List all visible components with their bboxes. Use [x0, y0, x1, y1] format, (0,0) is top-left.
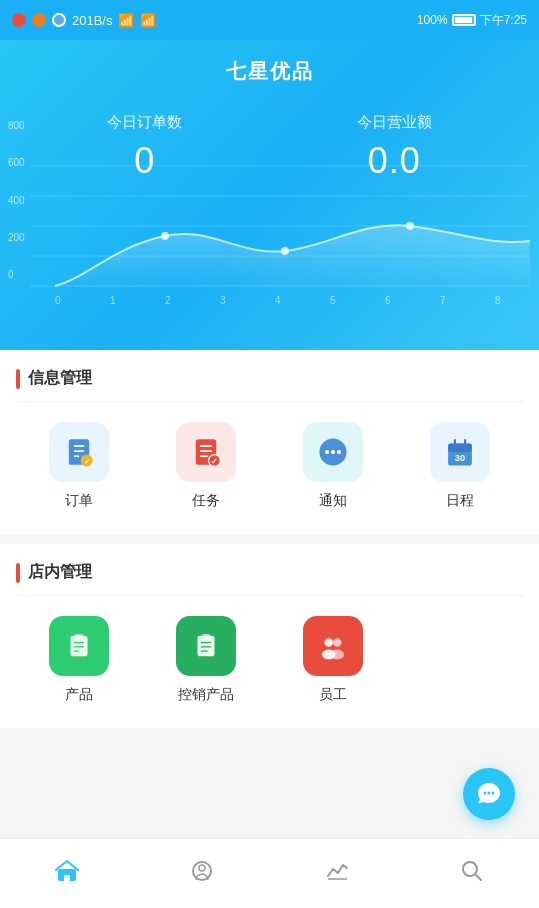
- task-icon: ✓: [189, 435, 223, 469]
- fab-message[interactable]: [463, 768, 515, 820]
- order-label: 订单: [65, 492, 93, 510]
- bluetooth-icon: 📶: [118, 13, 134, 28]
- stat-revenue-value: 0.0: [357, 140, 432, 182]
- svg-text:1: 1: [110, 295, 116, 306]
- icon-item-notify[interactable]: 通知: [270, 422, 397, 510]
- svg-text:3: 3: [220, 295, 226, 306]
- dot-red-icon: [12, 13, 26, 27]
- nav-item-shop[interactable]: [190, 859, 214, 889]
- staff-icon-circle: [303, 616, 363, 676]
- svg-point-16: [406, 222, 414, 230]
- dot-orange-icon: [32, 13, 46, 27]
- shop-icon: [190, 859, 214, 889]
- svg-rect-43: [198, 636, 215, 656]
- svg-point-31: [331, 450, 335, 454]
- schedule-icon-circle: 30: [430, 422, 490, 482]
- section-info-header: 信息管理: [0, 350, 539, 401]
- svg-rect-38: [71, 636, 88, 656]
- message-icon: [476, 781, 502, 807]
- header-area: 七星优品 800 600 400 200 0 今日订单数 0 今日营业额 0.0…: [0, 40, 539, 350]
- status-bar: 201B/s 📶 📶 100% 下午7:25: [0, 0, 539, 40]
- stat-revenue-label: 今日营业额: [357, 113, 432, 132]
- order-icon: ✓: [62, 435, 96, 469]
- section-title-store: 店内管理: [28, 562, 92, 583]
- icon-item-staff[interactable]: 员工: [270, 616, 397, 704]
- section-title-info: 信息管理: [28, 368, 92, 389]
- stat-orders-value: 0: [107, 140, 182, 182]
- nav-item-search[interactable]: [460, 859, 484, 889]
- svg-point-53: [488, 792, 491, 795]
- svg-rect-34: [448, 444, 472, 453]
- section-bar-info: [16, 369, 20, 389]
- staff-label: 员工: [319, 686, 347, 704]
- search-svg: [460, 859, 484, 883]
- section-info-management: 信息管理 ✓ 订单: [0, 350, 539, 534]
- svg-line-61: [476, 875, 481, 880]
- svg-text:2: 2: [165, 295, 171, 306]
- icon-item-task[interactable]: ✓ 任务: [143, 422, 270, 510]
- notify-label: 通知: [319, 492, 347, 510]
- svg-text:8: 8: [495, 295, 501, 306]
- network-speed: 201B/s: [72, 13, 112, 28]
- svg-point-52: [484, 792, 487, 795]
- svg-rect-39: [75, 634, 84, 638]
- status-bar-left: 201B/s 📶 📶: [12, 13, 156, 28]
- staff-icon: [316, 629, 350, 663]
- restricted-product-icon: [189, 629, 223, 663]
- nav-item-home[interactable]: [55, 859, 79, 889]
- schedule-icon: 30: [443, 435, 477, 469]
- icon-item-restricted[interactable]: 控销产品: [143, 616, 270, 704]
- svg-point-54: [492, 792, 495, 795]
- stats-svg: [325, 859, 349, 883]
- icon-item-order[interactable]: ✓ 订单: [16, 422, 143, 510]
- home-svg: [55, 859, 79, 883]
- stats-row: 今日订单数 0 今日营业额 0.0: [0, 85, 539, 182]
- notify-icon-circle: [303, 422, 363, 482]
- icon-item-product[interactable]: 产品: [16, 616, 143, 704]
- svg-point-14: [161, 232, 169, 240]
- svg-text:0: 0: [55, 295, 61, 306]
- section-store-header: 店内管理: [0, 544, 539, 595]
- order-icon-circle: ✓: [49, 422, 109, 482]
- svg-text:4: 4: [275, 295, 281, 306]
- notify-icon: [316, 435, 350, 469]
- svg-point-60: [463, 862, 477, 876]
- product-icon-circle: [49, 616, 109, 676]
- svg-rect-44: [202, 634, 211, 638]
- battery-percent: 100%: [417, 13, 448, 27]
- product-icon: [62, 629, 96, 663]
- svg-text:✓: ✓: [211, 457, 218, 466]
- svg-point-49: [333, 638, 342, 647]
- svg-point-30: [325, 450, 329, 454]
- info-icon-grid: ✓ 订单 ✓ 任务: [0, 402, 539, 534]
- svg-point-51: [330, 649, 344, 659]
- nav-item-stats[interactable]: [325, 859, 349, 889]
- search-icon: [460, 859, 484, 889]
- stats-icon: [325, 859, 349, 889]
- app-title: 七星优品: [0, 40, 539, 85]
- svg-text:7: 7: [440, 295, 446, 306]
- svg-text:5: 5: [330, 295, 336, 306]
- product-label: 产品: [65, 686, 93, 704]
- dot-blue-icon: [52, 13, 66, 27]
- stat-orders: 今日订单数 0: [107, 113, 182, 182]
- bottom-nav: [0, 838, 539, 908]
- svg-rect-56: [64, 875, 70, 881]
- task-label: 任务: [192, 492, 220, 510]
- time-display: 下午7:25: [480, 12, 527, 29]
- svg-text:30: 30: [454, 453, 464, 463]
- battery-icon: [452, 14, 476, 26]
- section-store-management: 店内管理 产品: [0, 544, 539, 728]
- svg-point-15: [281, 247, 289, 255]
- restricted-icon-circle: [176, 616, 236, 676]
- wifi-icon: 📶: [140, 13, 156, 28]
- svg-point-32: [337, 450, 341, 454]
- home-icon: [55, 859, 79, 889]
- icon-item-schedule[interactable]: 30 日程: [396, 422, 523, 510]
- section-bar-store: [16, 563, 20, 583]
- svg-text:6: 6: [385, 295, 391, 306]
- svg-text:✓: ✓: [84, 458, 90, 465]
- shop-svg: [190, 859, 214, 883]
- store-icon-grid: 产品 控销产品: [0, 596, 539, 728]
- svg-point-58: [199, 865, 205, 871]
